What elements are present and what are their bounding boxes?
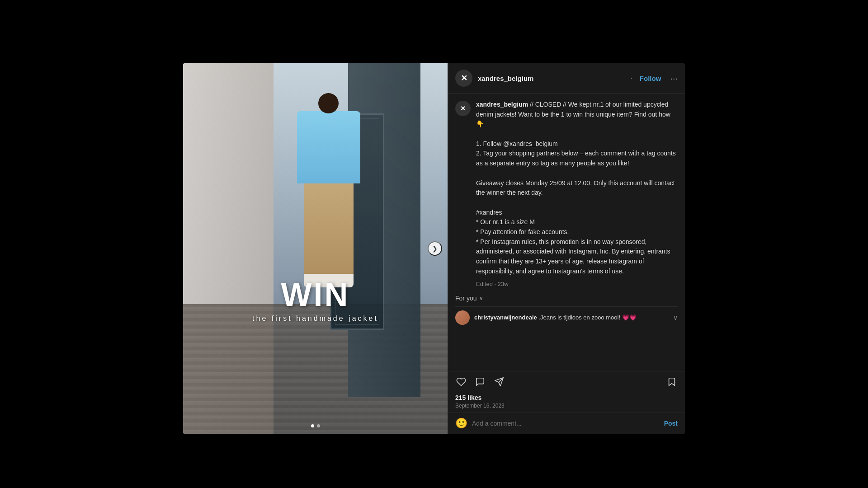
post-comment-button[interactable]: Post xyxy=(664,420,678,427)
subtitle-text: the first handmade jacket xyxy=(183,314,448,323)
emoji-icon: 🙂 xyxy=(455,418,467,429)
for-you-label: For you xyxy=(455,295,476,302)
content-panel: ✕ xandres_belgium · Follow ··· ✕ xandres… xyxy=(448,63,685,434)
overlay-text-area: WIN the first handmade jacket xyxy=(183,278,448,323)
likes-count[interactable]: 215 likes xyxy=(455,394,678,401)
actions-bar xyxy=(448,371,685,392)
caption-avatar: ✕ xyxy=(455,101,471,116)
post-image-panel: WIN the first handmade jacket ❯ xyxy=(183,63,448,434)
emoji-button[interactable]: 🙂 xyxy=(455,418,467,429)
comment-preview-text: christyvanwijnendeale .Jeans is tijdloos… xyxy=(474,314,669,321)
next-arrow-button[interactable]: ❯ xyxy=(428,241,442,256)
more-options-button[interactable]: ··· xyxy=(670,73,678,84)
likes-section: 215 likes September 16, 2023 xyxy=(448,392,685,413)
comment-button[interactable] xyxy=(474,376,486,388)
image-dots xyxy=(311,424,320,427)
caption-username[interactable]: xandres_belgium xyxy=(476,101,528,108)
comment-chevron-icon: ∨ xyxy=(673,314,678,321)
comment-input[interactable] xyxy=(472,420,660,427)
win-text: WIN xyxy=(183,278,448,311)
caption-row: ✕ xandres_belgium // CLOSED // We kept n… xyxy=(455,100,678,289)
post-header: ✕ xandres_belgium · Follow ··· xyxy=(448,63,685,94)
comment-preview-body: .Jeans is tijdloos en zooo mooi! 💗💗 xyxy=(537,314,637,321)
caption-body: // CLOSED // We kept nr.1 of our limited… xyxy=(476,101,678,275)
for-you-chevron-icon: ∨ xyxy=(479,295,483,301)
comment-preview-avatar xyxy=(455,310,470,325)
post-body: ✕ xandres_belgium // CLOSED // We kept n… xyxy=(448,94,685,371)
for-you-section[interactable]: For you ∨ xyxy=(455,295,678,302)
comment-input-row: 🙂 Post xyxy=(448,413,685,434)
share-button[interactable] xyxy=(493,376,505,388)
caption-text: xandres_belgium // CLOSED // We kept nr.… xyxy=(476,100,678,289)
edited-time: Edited · 23w xyxy=(476,280,678,289)
separator: · xyxy=(630,74,632,82)
post-date: September 16, 2023 xyxy=(455,403,678,409)
dot-2 xyxy=(317,424,320,427)
like-button[interactable] xyxy=(455,376,467,388)
comment-preview-row: christyvanwijnendeale .Jeans is tijdloos… xyxy=(455,306,678,328)
dot-1 xyxy=(311,424,314,427)
bookmark-button[interactable] xyxy=(666,376,678,388)
avatar: ✕ xyxy=(455,70,472,87)
header-username[interactable]: xandres_belgium xyxy=(478,75,623,82)
follow-button[interactable]: Follow xyxy=(640,75,661,82)
comment-preview-username[interactable]: christyvanwijnendeale xyxy=(474,314,537,321)
